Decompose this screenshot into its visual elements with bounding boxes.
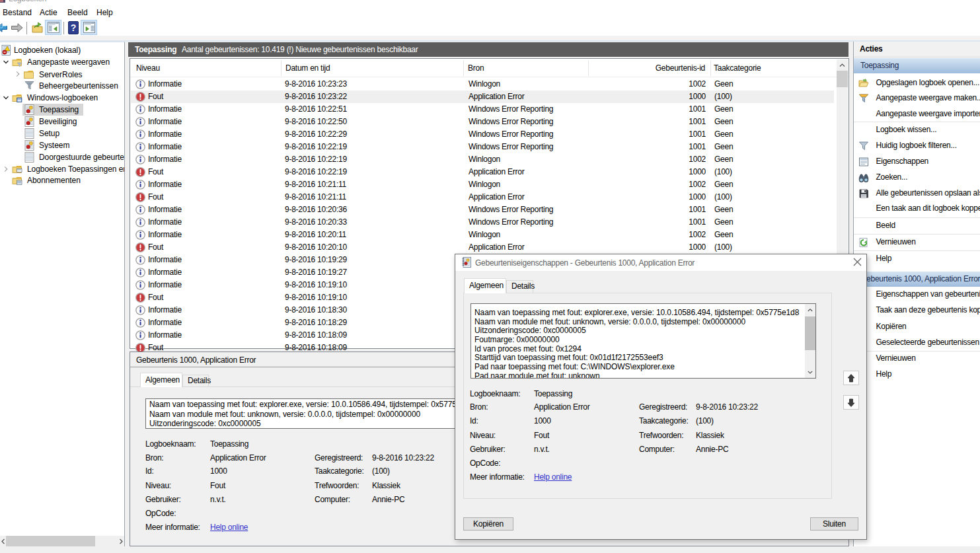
svg-text:?: ?	[71, 22, 77, 33]
